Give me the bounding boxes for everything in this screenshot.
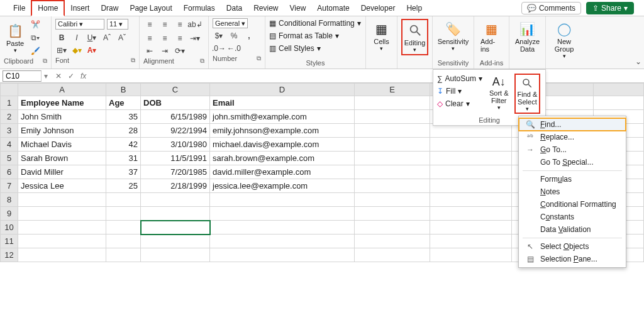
cell[interactable] xyxy=(210,193,355,207)
row-header[interactable]: 7 xyxy=(1,179,18,193)
cell[interactable] xyxy=(355,248,430,262)
cell[interactable] xyxy=(355,138,430,152)
cell[interactable] xyxy=(210,248,355,262)
tab-draw[interactable]: Draw xyxy=(95,1,124,15)
increase-decimal-button[interactable]: .0→ xyxy=(213,43,225,54)
row-header[interactable]: 1 xyxy=(1,96,18,110)
row-header[interactable]: 5 xyxy=(1,152,18,165)
cell[interactable] xyxy=(430,207,512,221)
font-size-select[interactable]: 11 ▾ xyxy=(107,19,128,30)
menu-constants[interactable]: Constants xyxy=(519,211,626,223)
cell[interactable] xyxy=(430,179,512,193)
tab-developer[interactable]: Developer xyxy=(355,1,401,15)
tab-page-layout[interactable]: Page Layout xyxy=(124,1,177,15)
row-header[interactable]: 10 xyxy=(1,221,18,235)
bold-button[interactable]: B xyxy=(55,32,68,43)
cut-button[interactable]: ✂️ xyxy=(29,19,42,30)
increase-indent-button[interactable]: ⇥ xyxy=(158,45,171,57)
row-header[interactable]: 6 xyxy=(1,165,18,179)
cell[interactable] xyxy=(18,248,106,262)
cell[interactable]: 35 xyxy=(106,110,141,124)
cell[interactable]: DOB xyxy=(141,96,210,110)
cell[interactable] xyxy=(355,221,430,235)
cell[interactable] xyxy=(106,193,141,207)
cell[interactable] xyxy=(141,235,210,248)
cell[interactable] xyxy=(355,179,430,193)
cell[interactable]: 25 xyxy=(106,179,141,193)
cell[interactable] xyxy=(430,165,512,179)
menu-notes[interactable]: Notes xyxy=(519,185,626,198)
menu-formulas[interactable]: Formulas xyxy=(519,173,626,185)
cell[interactable]: 37 xyxy=(106,165,141,179)
cell[interactable] xyxy=(430,193,512,207)
col-header-d[interactable]: D xyxy=(210,84,355,96)
cell[interactable]: Email xyxy=(210,96,355,110)
cell[interactable]: 3/10/1980 xyxy=(141,138,210,152)
underline-button[interactable]: U▾ xyxy=(86,32,98,43)
decrease-decimal-button[interactable]: ←.0 xyxy=(228,43,240,54)
cell[interactable]: Michael Davis xyxy=(18,138,106,152)
cell[interactable] xyxy=(210,221,355,235)
tab-review[interactable]: Review xyxy=(248,1,284,15)
addins-button[interactable]: ▦ Add-ins xyxy=(478,19,505,54)
merge-button[interactable]: ⇥▾ xyxy=(189,33,201,44)
cell-styles-button[interactable]: ▥Cell Styles▾ xyxy=(269,44,362,53)
copy-button[interactable]: ⧉▾ xyxy=(29,32,42,43)
cell[interactable] xyxy=(106,207,141,221)
align-top-button[interactable]: ≡ xyxy=(143,19,156,30)
decrease-font-button[interactable]: Aˇ xyxy=(116,32,128,43)
comments-button[interactable]: 💬 Comments xyxy=(521,2,581,14)
align-right-button[interactable]: ≡ xyxy=(174,33,186,44)
row-header[interactable]: 12 xyxy=(1,248,18,262)
menu-replace[interactable]: ᵃᵇReplace... xyxy=(519,131,626,143)
alignment-dialog-launcher[interactable]: ⧉ xyxy=(200,57,204,65)
conditional-formatting-button[interactable]: ▦Conditional Formatting▾ xyxy=(269,19,362,28)
tab-help[interactable]: Help xyxy=(401,1,428,15)
menu-select-objects[interactable]: ↖Select Objects xyxy=(519,240,626,253)
cell[interactable] xyxy=(430,235,512,248)
clear-button[interactable]: ◇Clear ▾ xyxy=(436,99,484,109)
cell[interactable]: Emily Johnson xyxy=(18,124,106,138)
format-as-table-button[interactable]: ▤Format as Table▾ xyxy=(269,31,362,40)
font-color-button[interactable]: A▾ xyxy=(86,45,98,56)
enter-formula-button[interactable]: ✓ xyxy=(68,72,74,80)
cell[interactable] xyxy=(355,207,430,221)
fill-button[interactable]: ↧Fill ▾ xyxy=(436,86,484,96)
number-dialog-launcher[interactable]: ⧉ xyxy=(257,55,261,62)
col-header-a[interactable]: A xyxy=(18,84,106,96)
cell[interactable]: 6/15/1989 xyxy=(141,110,210,124)
menu-goto[interactable]: →Go To... xyxy=(519,143,626,156)
font-dialog-launcher[interactable]: ⧉ xyxy=(131,57,135,64)
cell[interactable] xyxy=(355,235,430,248)
number-format-select[interactable]: General ▾ xyxy=(213,18,248,28)
percent-button[interactable]: % xyxy=(228,30,240,41)
sensitivity-button[interactable]: 🏷️ Sensitivity ▾ xyxy=(436,19,470,53)
cancel-formula-button[interactable]: ✕ xyxy=(55,72,62,80)
col-header-b[interactable]: B xyxy=(106,84,141,96)
tab-insert[interactable]: Insert xyxy=(65,1,95,15)
cell[interactable] xyxy=(141,207,210,221)
cell[interactable]: 28 xyxy=(106,124,141,138)
cell[interactable] xyxy=(18,235,106,248)
sort-filter-button[interactable]: A↓ Sort &Filter▾ xyxy=(487,74,511,111)
cell[interactable]: jessica.lee@example.com xyxy=(210,179,355,193)
italic-button[interactable]: I xyxy=(70,32,83,43)
new-group-button[interactable]: ◯ NewGroup ▾ xyxy=(550,19,579,60)
cell[interactable]: john.smith@example.com xyxy=(210,110,355,124)
cell[interactable] xyxy=(355,165,430,179)
cell[interactable]: emily.johnson@example.com xyxy=(210,124,355,138)
cell[interactable] xyxy=(430,152,512,165)
tab-view[interactable]: View xyxy=(284,1,312,15)
wrap-text-button[interactable]: ab↲ xyxy=(189,19,201,30)
cell[interactable]: Jessica Lee xyxy=(18,179,106,193)
cells-button[interactable]: ▦ Cells ▾ xyxy=(370,19,393,53)
orientation-button[interactable]: ⟳▾ xyxy=(174,45,186,57)
row-header[interactable]: 3 xyxy=(1,124,18,138)
cell[interactable] xyxy=(430,138,512,152)
paste-button[interactable]: 📋 Paste ▾ xyxy=(4,21,26,55)
cell[interactable]: David Miller xyxy=(18,165,106,179)
autosum-button[interactable]: ∑AutoSum ▾ xyxy=(436,74,484,84)
cell[interactable] xyxy=(594,96,644,110)
col-header-e[interactable]: E xyxy=(355,84,430,96)
cell[interactable] xyxy=(106,248,141,262)
